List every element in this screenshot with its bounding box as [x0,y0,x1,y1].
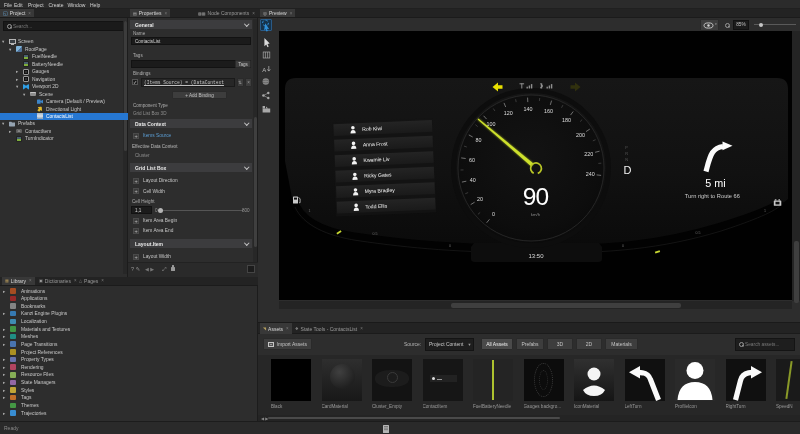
svg-text:Ricky Gates: Ricky Gates [364,171,392,178]
svg-text:Rob Kiwi: Rob Kiwi [362,125,382,132]
svg-text:P: P [625,146,628,150]
svg-text:1: 1 [309,209,311,213]
svg-text:100: 100 [487,121,496,127]
svg-text:180: 180 [562,117,571,123]
svg-text:0.5: 0.5 [696,231,701,235]
svg-text:0: 0 [492,211,495,217]
svg-text:0.5: 0.5 [373,232,378,236]
svg-text:Kwamie Liv: Kwamie Liv [363,156,390,163]
svg-text:0: 0 [449,244,451,248]
svg-text:D: D [624,164,632,176]
svg-text:Turn right to Route 66: Turn right to Route 66 [685,193,740,199]
svg-text:N: N [625,158,628,162]
svg-text:160: 160 [544,108,553,114]
svg-text:140: 140 [524,106,533,112]
svg-text:120: 120 [504,110,513,116]
svg-text:Myra Bradley: Myra Bradley [365,187,396,194]
svg-text:0: 0 [622,244,624,248]
svg-text:220: 220 [584,151,593,157]
svg-text:240: 240 [586,171,595,177]
svg-text:40: 40 [470,177,476,183]
svg-text:km/h: km/h [531,212,541,217]
svg-text:A: A [262,67,266,73]
svg-text:5 mi: 5 mi [705,177,725,189]
svg-text:Todd Ellis: Todd Ellis [365,203,387,210]
svg-text:R: R [625,152,628,156]
svg-text:13:50: 13:50 [528,253,544,259]
svg-text:Anna Frost: Anna Frost [363,140,389,147]
svg-text:1: 1 [764,209,766,213]
svg-text:60: 60 [469,157,475,163]
svg-text:90: 90 [523,183,549,210]
svg-text:80: 80 [476,137,482,143]
svg-text:200: 200 [576,132,585,138]
svg-text:20: 20 [477,196,483,202]
